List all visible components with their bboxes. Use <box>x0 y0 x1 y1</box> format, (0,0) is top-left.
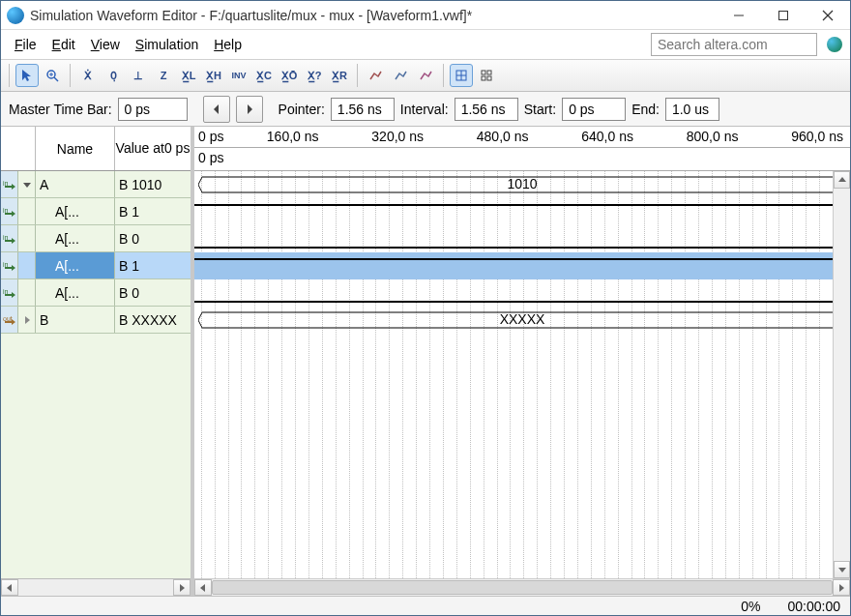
scroll-left-button[interactable] <box>1 579 18 596</box>
menu-file[interactable]: File <box>9 34 43 55</box>
waveform-row-B[interactable]: XXXXX <box>194 307 850 334</box>
signal-direction-icon: in <box>1 171 18 197</box>
count-button[interactable]: X̲C <box>252 64 276 87</box>
waveform-pane[interactable]: 0 ps 160,0 ns 320,0 ns 480,0 ns 640,0 ns… <box>194 127 850 596</box>
signal-name[interactable]: A[... <box>36 252 115 279</box>
signal-row[interactable]: inAB 1010 <box>1 171 191 198</box>
start-input[interactable] <box>562 98 626 121</box>
signal-name[interactable]: B <box>36 307 115 333</box>
force-high-button[interactable]: ⊥ <box>127 64 150 87</box>
signal-value: B 0 <box>115 225 191 251</box>
column-header-name[interactable]: Name <box>36 127 115 170</box>
menu-view[interactable]: View <box>85 34 126 55</box>
maximize-button[interactable] <box>761 1 806 30</box>
waveform-row-A1[interactable] <box>194 252 850 279</box>
overwrite-clock-button[interactable]: X̲Ō <box>278 64 301 87</box>
signal-name[interactable]: A[... <box>36 279 115 306</box>
status-progress: 0% <box>741 599 760 614</box>
prev-transition-button[interactable] <box>203 96 230 123</box>
signal-list-hscrollbar[interactable] <box>1 578 191 596</box>
waveform-row-A[interactable]: 1010 <box>194 171 850 198</box>
close-button[interactable] <box>806 1 850 30</box>
expand-toggle <box>18 279 36 306</box>
signal-value: B 1010 <box>115 171 191 197</box>
force-low-button[interactable]: 0̣ <box>102 64 125 87</box>
interval-input[interactable] <box>455 98 518 121</box>
waveform-row-A2[interactable] <box>194 225 850 252</box>
scroll-right-button[interactable] <box>833 579 850 596</box>
force-weaklow-button[interactable]: X̲L <box>177 64 200 87</box>
signal-name[interactable]: A[... <box>36 198 115 224</box>
scroll-right-button[interactable] <box>173 579 191 596</box>
zoom-tool-button[interactable] <box>41 64 64 87</box>
signal-list-pane: Name Value at0 ps inAB 1010inA[...B 1inA… <box>1 127 194 596</box>
signal-name[interactable]: A <box>36 171 115 197</box>
signal-row[interactable]: inA[...B 0 <box>1 279 191 307</box>
status-time: 00:00:00 <box>788 599 841 614</box>
snap-to-transition-button[interactable] <box>475 64 498 87</box>
globe-icon[interactable] <box>827 37 842 52</box>
minimize-button[interactable] <box>717 1 761 30</box>
menu-edit[interactable]: Edit <box>46 34 81 55</box>
waveform-hscrollbar[interactable] <box>194 578 850 596</box>
signal-row[interactable]: inA[...B 0 <box>1 225 191 252</box>
svg-text:in: in <box>3 207 9 214</box>
next-transition-button[interactable] <box>236 96 263 123</box>
svg-rect-11 <box>482 71 485 74</box>
menu-help[interactable]: Help <box>208 34 248 55</box>
sim-settings-button[interactable] <box>414 64 437 87</box>
status-bar: 0% 00:00:00 <box>1 596 850 615</box>
signal-direction-icon: in <box>1 225 18 251</box>
expand-toggle <box>18 225 36 251</box>
master-time-input[interactable] <box>118 98 188 121</box>
scroll-up-button[interactable] <box>834 171 850 189</box>
marker-label: 0 ps <box>198 150 223 165</box>
bus-label: 1010 <box>507 176 537 191</box>
interval-label: Interval: <box>400 102 449 117</box>
time-ruler[interactable]: 0 ps 160,0 ns 320,0 ns 480,0 ns 640,0 ns… <box>194 127 850 148</box>
force-unknown-button[interactable]: Ẋ <box>76 64 100 87</box>
ruler-tick: 640,0 ns <box>581 129 633 144</box>
waveform-row-A3[interactable] <box>194 198 850 225</box>
signal-value: B 1 <box>115 252 191 279</box>
svg-rect-14 <box>487 76 491 80</box>
expand-toggle[interactable] <box>18 171 36 197</box>
bus-label: XXXXX <box>500 311 545 327</box>
expand-toggle[interactable] <box>18 307 36 333</box>
end-input[interactable] <box>665 98 719 121</box>
ruler-tick: 160,0 ns <box>267 129 319 144</box>
waveform-body[interactable]: 1010 <box>194 171 850 596</box>
menu-simulation[interactable]: Simulation <box>130 34 204 55</box>
arbitrary-button[interactable]: X̲? <box>303 64 326 87</box>
scroll-down-button[interactable] <box>834 561 850 578</box>
signal-direction-icon: out <box>1 307 18 333</box>
pointer-input[interactable] <box>331 98 395 121</box>
signal-row[interactable]: inA[...B 1 <box>1 252 191 279</box>
svg-text:in: in <box>3 288 9 295</box>
run-timing-sim-button[interactable] <box>389 64 412 87</box>
signal-direction-icon: in <box>1 198 18 224</box>
scroll-left-button[interactable] <box>194 579 212 596</box>
force-highz-button[interactable]: Z <box>152 64 175 87</box>
waveform-row-A0[interactable] <box>194 279 850 307</box>
marker-row[interactable]: 0 ps <box>194 148 850 171</box>
signal-direction-icon: in <box>1 252 18 279</box>
waveform-vscrollbar[interactable] <box>833 171 850 578</box>
force-weakhigh-button[interactable]: X̲H <box>202 64 225 87</box>
pointer-tool-button[interactable] <box>15 64 39 87</box>
signal-name[interactable]: A[... <box>36 225 115 251</box>
snap-to-grid-button[interactable] <box>450 64 473 87</box>
svg-text:in: in <box>3 261 9 268</box>
svg-text:in: in <box>3 234 9 241</box>
ruler-tick: 960,0 ns <box>791 129 843 144</box>
invert-button[interactable]: INV <box>227 64 250 87</box>
column-header-value[interactable]: Value at0 ps <box>115 127 191 170</box>
random-button[interactable]: X̲R <box>328 64 351 87</box>
signal-row[interactable]: outBB XXXXX <box>1 307 191 334</box>
hscroll-thumb[interactable] <box>212 580 833 595</box>
signal-value: B 1 <box>115 198 191 224</box>
signal-row[interactable]: inA[...B 1 <box>1 198 191 225</box>
search-input[interactable] <box>651 33 817 56</box>
end-label: End: <box>631 102 660 117</box>
run-functional-sim-button[interactable] <box>364 64 387 87</box>
